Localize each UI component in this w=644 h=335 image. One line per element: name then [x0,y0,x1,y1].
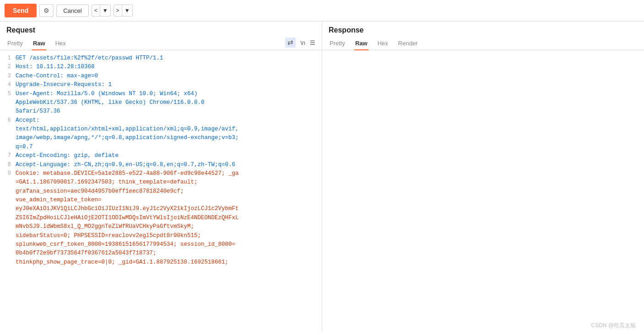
tab-request-hex[interactable]: Hex [54,37,67,50]
response-tab-bar: Pretty Raw Hex Render [322,34,644,50]
line-number: 3 [3,72,11,81]
newline-icon[interactable]: \n [300,39,305,46]
code-line: 8Accept-Language: zh-CN,zh;q=0.9,en-US;q… [3,161,317,169]
code-line: 4Upgrade-Insecure-Requests: 1 [3,81,317,89]
line-content: Accept-Language: zh-CN,zh;q=0.9,en-US;q=… [16,161,317,169]
tab-response-render[interactable]: Render [397,37,419,50]
code-line: 7Accept-Encoding: gzip, deflate [3,151,317,160]
tab-response-raw[interactable]: Raw [354,37,368,50]
line-number: 4 [3,81,11,89]
tab-response-hex[interactable]: Hex [377,37,389,50]
send-button[interactable]: Send [5,4,37,17]
line-content: Accept: text/html,application/xhtml+xml,… [16,116,317,152]
line-content: Accept-Encoding: gzip, deflate [16,151,317,160]
request-tab-icons: ⇄ \n ☰ [285,38,315,49]
tab-request-raw[interactable]: Raw [32,37,46,50]
request-code-area[interactable]: 1GET /assets/file:%2f%2f/etc/passwd HTTP… [0,50,322,332]
line-content: Upgrade-Insecure-Requests: 1 [16,81,317,89]
menu-icon[interactable]: ☰ [310,39,315,46]
code-line: 1GET /assets/file:%2f%2f/etc/passwd HTTP… [3,54,317,63]
line-content: Cache-Control: max-age=0 [16,72,317,81]
prev-button[interactable]: < [92,5,100,16]
line-number: 8 [3,161,11,169]
cancel-button[interactable]: Cancel [56,5,88,17]
next-dropdown-button[interactable]: ▼ [122,5,133,16]
code-line: 5User-Agent: Mozilla/5.0 (Windows NT 10.… [3,90,317,116]
response-title: Response [322,22,644,34]
next-button[interactable]: > [114,5,122,16]
request-panel: Request Pretty Raw Hex ⇄ \n ☰ 1GET /asse… [0,22,322,332]
line-number: 7 [3,151,11,160]
request-title: Request [0,22,322,34]
next-nav-group: > ▼ [114,5,133,16]
prev-nav-group: < ▼ [92,5,111,16]
line-number: 5 [3,90,11,98]
code-line: 3Cache-Control: max-age=0 [3,72,317,81]
code-line: 6Accept: text/html,application/xhtml+xml… [3,116,317,152]
response-code-area[interactable] [322,50,644,332]
watermark: CSDN @吃瓜太狼 [591,322,636,330]
line-number: 9 [3,169,11,178]
tab-request-pretty[interactable]: Pretty [6,37,24,50]
tab-response-pretty[interactable]: Pretty [329,37,346,50]
line-content: User-Agent: Mozilla/5.0 (Windows NT 10.0… [16,90,317,116]
line-number: 2 [3,63,11,71]
line-content: Cookie: metabase.DEVICE=5a1e2885-e522-4a… [16,169,317,267]
code-line: 9Cookie: metabase.DEVICE=5a1e2885-e522-4… [3,169,317,267]
word-wrap-icon[interactable]: ⇄ [285,38,296,48]
request-tab-bar: Pretty Raw Hex ⇄ \n ☰ [0,34,322,50]
main-content: Request Pretty Raw Hex ⇄ \n ☰ 1GET /asse… [0,22,644,332]
toolbar: Send ⚙ Cancel < ▼ > ▼ [0,0,644,22]
line-number: 1 [3,54,11,63]
line-number: 6 [3,116,11,125]
code-line: 2Host: 10.11.12.28:10368 [3,63,317,71]
line-content: Host: 10.11.12.28:10368 [16,63,317,71]
prev-dropdown-button[interactable]: ▼ [100,5,111,16]
response-panel: Response Pretty Raw Hex Render [322,22,644,332]
line-content: GET /assets/file:%2f%2f/etc/passwd HTTP/… [16,54,317,63]
settings-button[interactable]: ⚙ [39,4,54,17]
